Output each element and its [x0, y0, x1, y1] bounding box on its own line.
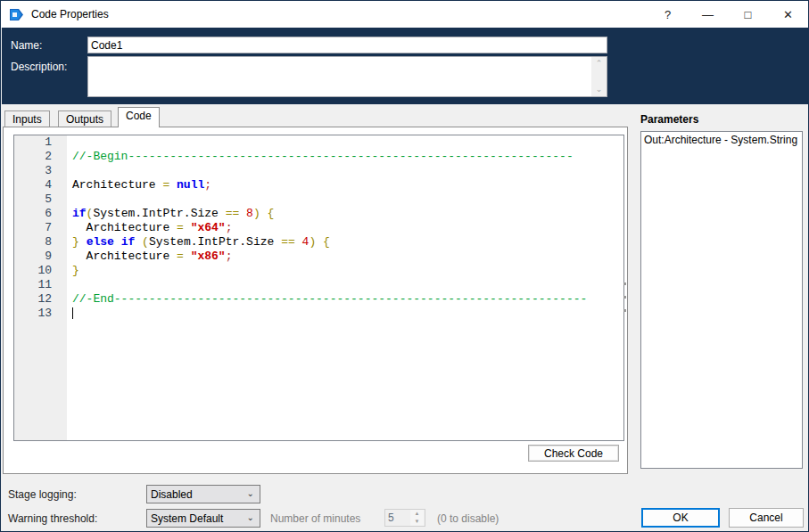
line-number: 3	[14, 164, 67, 178]
line-number: 11	[14, 278, 67, 292]
stage-logging-label: Stage logging:	[8, 488, 77, 501]
line-number: 2	[14, 150, 67, 164]
code-line	[72, 135, 623, 150]
tab-outputs[interactable]: Outputs	[58, 110, 111, 127]
name-input[interactable]	[87, 37, 607, 53]
code-editor[interactable]: 12345678910111213 //-Begin--------------…	[13, 135, 624, 441]
code-tab-page: 12345678910111213 //-Begin--------------…	[3, 127, 628, 474]
code-line: //-End----------------------------------…	[72, 292, 623, 307]
line-number: 7	[14, 221, 67, 235]
code-properties-dialog: Code Properties ? — □ ✕ Name: Descriptio…	[0, 0, 809, 532]
help-button[interactable]: ?	[648, 1, 688, 28]
cancel-button[interactable]: Cancel	[729, 508, 804, 528]
code-line: if(System.IntPtr.Size == 8) {	[72, 207, 623, 221]
code-line: Architecture = "x64";	[72, 221, 623, 235]
description-scrollbar[interactable]: ⌃ ⌄	[591, 57, 607, 96]
description-label: Description:	[11, 61, 67, 73]
tab-inputs[interactable]: Inputs	[4, 110, 50, 127]
line-number: 13	[14, 307, 67, 321]
scroll-down-icon[interactable]: ⌄	[591, 83, 607, 96]
line-number: 6	[14, 207, 67, 221]
minutes-value: 5	[388, 512, 394, 524]
code-line	[72, 192, 623, 207]
dialog-title: Code Properties	[31, 8, 109, 20]
chevron-down-icon: ⌄	[247, 488, 254, 498]
code-stage-icon	[9, 7, 24, 22]
warning-threshold-value: System Default	[151, 512, 223, 525]
warning-threshold-label: Warning threshold:	[8, 512, 97, 525]
text-caret	[72, 307, 73, 319]
line-number-gutter: 12345678910111213	[14, 135, 67, 440]
splitter-grip-dot	[623, 282, 626, 285]
ok-button[interactable]: OK	[641, 508, 720, 528]
line-number: 1	[14, 135, 67, 150]
warning-threshold-dropdown[interactable]: System Default ⌄	[146, 509, 260, 528]
minimize-button[interactable]: —	[688, 1, 728, 28]
check-code-button[interactable]: Check Code	[528, 445, 619, 462]
maximize-button[interactable]: □	[728, 1, 768, 28]
splitter-grip-dot	[623, 296, 626, 299]
chevron-down-icon: ⌄	[247, 512, 254, 522]
spinner-up-icon[interactable]: ▲	[410, 510, 424, 518]
line-number: 12	[14, 292, 67, 307]
parameter-item[interactable]: Out:Architecture - System.String	[641, 132, 802, 148]
title-bar: Code Properties ? — □ ✕	[1, 1, 808, 28]
parameters-list[interactable]: Out:Architecture - System.String	[640, 131, 803, 469]
parameters-title: Parameters	[640, 113, 698, 126]
line-number: 8	[14, 235, 67, 250]
line-number: 5	[14, 192, 67, 207]
disable-hint: (0 to disable)	[437, 512, 499, 525]
code-line	[72, 307, 623, 321]
minutes-spinner[interactable]: 5 ▲ ▼	[384, 509, 425, 527]
line-number: 9	[14, 250, 67, 264]
panel-splitter[interactable]	[621, 127, 628, 474]
stage-logging-dropdown[interactable]: Disabled ⌄	[146, 485, 260, 503]
line-number: 4	[14, 178, 67, 192]
code-line: //-Begin--------------------------------…	[72, 150, 623, 164]
close-button[interactable]: ✕	[768, 1, 808, 28]
name-label: Name:	[11, 39, 42, 52]
stage-logging-value: Disabled	[151, 488, 193, 501]
code-line: Architecture = null;	[72, 178, 623, 192]
splitter-grip-dot	[623, 309, 626, 312]
description-input[interactable]	[88, 57, 591, 96]
code-line: }	[72, 264, 623, 278]
line-number: 10	[14, 264, 67, 278]
code-lines: //-Begin--------------------------------…	[72, 135, 623, 321]
tab-code[interactable]: Code	[118, 107, 160, 127]
code-line: } else if (System.IntPtr.Size == 4) {	[72, 235, 623, 250]
scroll-up-icon[interactable]: ⌃	[591, 57, 607, 70]
code-line	[72, 164, 623, 178]
description-field[interactable]: ⌃ ⌄	[87, 56, 607, 97]
number-of-minutes-label: Number of minutes	[270, 512, 360, 525]
properties-header: Name: Description: ⌃ ⌄	[2, 28, 809, 104]
spinner-down-icon[interactable]: ▼	[410, 518, 424, 526]
code-line: Architecture = "x86";	[72, 250, 623, 264]
code-line	[72, 278, 623, 292]
